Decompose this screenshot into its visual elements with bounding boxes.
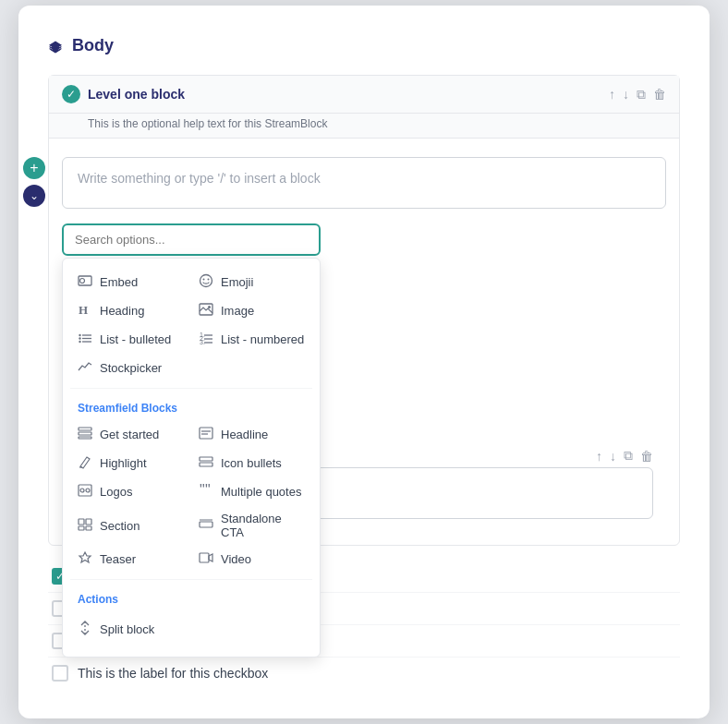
svg-rect-34 — [79, 519, 84, 525]
section-icon — [78, 517, 92, 535]
menu-item-label: Stockpicker — [100, 361, 162, 375]
menu-item-logos[interactable]: Logos — [70, 477, 191, 506]
check-icon: ✓ — [62, 85, 80, 103]
move-down-icon-2[interactable]: ↓ — [610, 449, 616, 464]
menu-item-icon-bullets[interactable]: Icon bullets — [191, 449, 312, 477]
menu-item-label: Multiple quotes — [221, 485, 301, 499]
block-actions: ↑ ↓ ⧉ 🗑 — [609, 87, 666, 103]
svg-rect-28 — [200, 463, 212, 466]
add-block-button[interactable]: + — [23, 157, 45, 179]
block-help-text: This is the optional help text for this … — [49, 114, 679, 139]
svg-point-1 — [80, 279, 85, 284]
stockpicker-icon — [78, 359, 92, 377]
menu-item-label: Teaser — [100, 552, 136, 566]
menu-item-embed[interactable]: Embed — [70, 268, 191, 296]
svg-point-31 — [86, 489, 90, 492]
move-up-icon[interactable]: ↑ — [609, 87, 615, 102]
move-up-icon-2[interactable]: ↑ — [596, 449, 602, 464]
divider-1 — [70, 388, 312, 389]
block-type-selector: Embed Emojii H — [62, 223, 321, 256]
svg-text:": " — [205, 483, 211, 498]
video-icon — [199, 550, 213, 568]
svg-rect-38 — [200, 522, 212, 527]
menu-item-headline[interactable]: Headline — [191, 420, 312, 449]
svg-point-3 — [203, 279, 205, 281]
main-window: Body ✓ Level one block ↑ ↓ ⧉ 🗑 This is t… — [18, 6, 710, 718]
search-input[interactable] — [62, 223, 321, 256]
logos-icon — [78, 483, 92, 501]
level-one-block: ✓ Level one block ↑ ↓ ⧉ 🗑 This is the op… — [48, 75, 680, 546]
block-header: ✓ Level one block ↑ ↓ ⧉ 🗑 — [49, 76, 679, 114]
menu-item-label: Split block — [100, 622, 154, 636]
menu-item-split-block[interactable]: Split block — [70, 615, 312, 644]
image-icon — [199, 302, 213, 320]
actions-section: Split block — [63, 609, 320, 649]
menu-item-label: Image — [221, 304, 254, 318]
menu-item-heading[interactable]: H Heading — [70, 296, 191, 325]
menu-item-label: Emojii — [221, 275, 253, 289]
copy-icon-2[interactable]: ⧉ — [624, 448, 633, 464]
svg-rect-21 — [79, 432, 91, 435]
actions-label: Actions — [63, 584, 320, 609]
delete-icon[interactable]: 🗑 — [653, 87, 666, 102]
menu-item-section[interactable]: Section — [70, 506, 191, 545]
streamfield-blocks-label: Streamfield Blocks — [63, 392, 320, 418]
copy-icon[interactable]: ⧉ — [637, 87, 646, 103]
svg-rect-20 — [79, 428, 91, 430]
svg-point-8 — [79, 334, 80, 336]
expand-button[interactable]: ⌄ — [23, 185, 45, 207]
embed-icon — [78, 273, 92, 291]
svg-point-30 — [80, 489, 84, 492]
standalone-cta-icon — [199, 517, 213, 535]
menu-item-label: Highlight — [100, 456, 147, 470]
block-title: Level one block — [88, 87, 185, 102]
emojii-icon — [199, 273, 213, 291]
menu-item-label: Icon bullets — [221, 456, 282, 470]
list-numbered-icon: 1.2.3. — [199, 331, 213, 348]
icon-bullets-icon — [199, 454, 213, 472]
body-header: Body — [48, 35, 680, 56]
menu-item-video[interactable]: Video — [191, 545, 312, 573]
move-down-icon[interactable]: ↓ — [623, 87, 629, 102]
menu-item-standalone-cta[interactable]: Standalone CTA — [191, 506, 312, 545]
menu-item-stockpicker[interactable]: Stockpicker — [70, 354, 191, 382]
svg-point-12 — [79, 341, 80, 343]
svg-point-10 — [79, 337, 80, 339]
basic-items-grid: Embed Emojii H — [63, 266, 320, 384]
menu-item-emojii[interactable]: Emojii — [191, 268, 312, 296]
menu-item-label: List - bulleted — [100, 332, 171, 346]
menu-item-label: Section — [100, 519, 140, 533]
menu-item-list-numbered[interactable]: 1.2.3. List - numbered — [191, 325, 312, 354]
menu-item-list-bulleted[interactable]: List - bulleted — [70, 325, 191, 354]
delete-icon-2[interactable]: 🗑 — [640, 449, 653, 464]
checkbox-item-4: This is the label for this checkbox — [48, 658, 680, 689]
streamfield-items-grid: Get started Headline — [63, 418, 320, 575]
menu-item-get-started[interactable]: Get started — [70, 420, 191, 449]
menu-item-label: Video — [221, 552, 251, 566]
highlight-icon — [78, 454, 92, 472]
list-bulleted-icon — [78, 331, 92, 348]
menu-item-label: List - numbered — [221, 332, 304, 346]
multiple-quotes-icon: "" — [199, 483, 213, 501]
menu-item-highlight[interactable]: Highlight — [70, 449, 191, 477]
svg-rect-27 — [200, 457, 212, 461]
menu-item-label: Standalone CTA — [221, 512, 305, 539]
menu-item-label: Logos — [100, 485, 132, 499]
divider-2 — [70, 579, 312, 580]
heading-icon: H — [78, 302, 92, 320]
menu-item-label: Heading — [100, 304, 144, 318]
menu-item-image[interactable]: Image — [191, 296, 312, 325]
text-input[interactable]: Write something or type '/' to insert a … — [62, 157, 666, 209]
svg-point-7 — [208, 306, 211, 308]
svg-text:": " — [200, 483, 205, 498]
menu-item-label: Headline — [221, 428, 268, 441]
headline-icon — [199, 426, 213, 443]
menu-item-multiple-quotes[interactable]: "" Multiple quotes — [191, 477, 312, 506]
svg-point-4 — [208, 279, 210, 281]
menu-item-teaser[interactable]: Teaser — [70, 545, 191, 573]
svg-rect-40 — [200, 553, 209, 562]
options-dropdown: Embed Emojii H — [62, 258, 321, 658]
svg-rect-37 — [86, 526, 91, 530]
checkbox-4[interactable] — [52, 665, 68, 682]
svg-rect-35 — [86, 519, 91, 525]
